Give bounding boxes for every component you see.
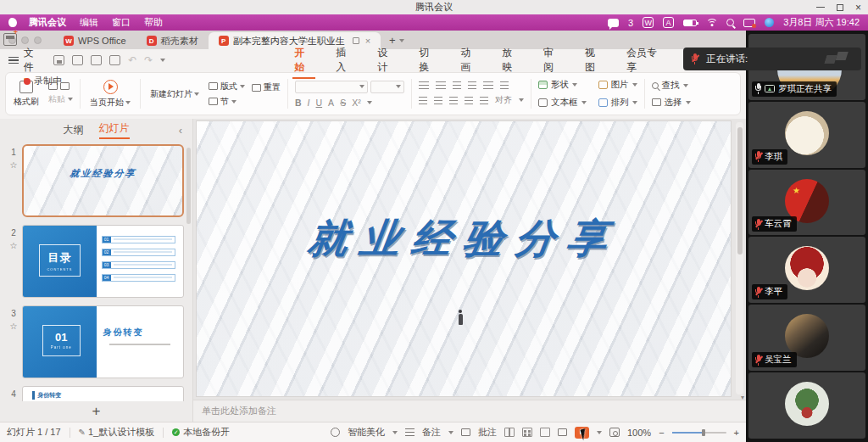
numbered-list-icon[interactable] bbox=[436, 81, 446, 89]
template-name[interactable]: 1_默认设计模板 bbox=[88, 426, 154, 439]
backup-status[interactable]: 本地备份开 bbox=[183, 426, 230, 439]
zoom-slider-handle[interactable] bbox=[702, 429, 705, 436]
tab-home[interactable]: 开始 bbox=[292, 42, 315, 78]
arrange-button[interactable]: 排列 bbox=[598, 95, 637, 112]
tab-view[interactable]: 视图 bbox=[583, 42, 606, 78]
menu-edit[interactable]: 编辑 bbox=[80, 16, 98, 29]
apple-icon[interactable] bbox=[8, 18, 17, 27]
menu-app-name[interactable]: 腾讯会议 bbox=[29, 16, 66, 29]
slide-title-text[interactable]: 就业经验分享 bbox=[193, 212, 734, 266]
beautify-icon[interactable] bbox=[331, 428, 340, 437]
bullet-list-icon[interactable] bbox=[419, 81, 429, 89]
tab-wps-office[interactable]: W WPS Office bbox=[53, 32, 136, 49]
notes-button[interactable]: 备注 bbox=[422, 426, 441, 439]
picture-button[interactable]: 图片 bbox=[598, 76, 637, 93]
scroll-down-icon[interactable]: ▾ bbox=[741, 394, 744, 400]
current-slide[interactable]: 就业经验分享 bbox=[197, 121, 731, 396]
sorter-view-icon[interactable] bbox=[522, 428, 532, 437]
slide-thumbnail-2[interactable]: 2☆ 目录CONTENTS 01 02 03 04 bbox=[5, 225, 184, 298]
tab-insert[interactable]: 插入 bbox=[334, 42, 357, 78]
strikethrough-button[interactable]: S bbox=[340, 98, 346, 108]
tab-slides[interactable]: 幻灯片 bbox=[99, 121, 130, 139]
align-left-icon[interactable] bbox=[419, 97, 427, 104]
menu-help[interactable]: 帮助 bbox=[144, 16, 163, 29]
italic-button[interactable]: I bbox=[308, 98, 310, 108]
file-menu[interactable]: 文件 bbox=[24, 46, 43, 75]
tab-transition[interactable]: 切换 bbox=[417, 42, 440, 78]
participant-tile[interactable]: 李平 bbox=[748, 237, 865, 303]
w-app-icon[interactable]: W bbox=[643, 17, 654, 28]
align-center-icon[interactable] bbox=[434, 97, 442, 104]
align-button[interactable]: 对齐 bbox=[495, 94, 512, 106]
participant-tile[interactable]: ★ 车云霄 bbox=[748, 170, 865, 236]
font-name-select[interactable] bbox=[295, 81, 368, 93]
reset-button[interactable]: 重置 bbox=[252, 81, 281, 93]
columns-icon[interactable] bbox=[500, 81, 509, 89]
participant-tile[interactable]: 吴宝兰 bbox=[748, 305, 865, 371]
zoom-out-button[interactable]: − bbox=[659, 428, 664, 438]
comments-icon[interactable] bbox=[461, 428, 470, 436]
save-icon[interactable] bbox=[53, 55, 64, 65]
share-icon[interactable] bbox=[109, 55, 120, 65]
beautify-button[interactable]: 智能美化 bbox=[348, 426, 385, 439]
menu-window[interactable]: 窗口 bbox=[112, 16, 131, 29]
play-from-current-button[interactable]: 当页开始 bbox=[87, 76, 133, 111]
shapes-button[interactable]: 形状 bbox=[538, 76, 587, 93]
find-button[interactable]: 查找 bbox=[652, 80, 691, 92]
comments-button[interactable]: 批注 bbox=[478, 426, 497, 439]
export-icon[interactable] bbox=[72, 55, 83, 65]
reading-view-icon[interactable] bbox=[540, 428, 550, 437]
select-button[interactable]: 选择 bbox=[652, 97, 691, 109]
zoom-in-button[interactable]: + bbox=[734, 428, 739, 438]
collapse-panel-icon[interactable]: ‹ bbox=[179, 124, 182, 137]
menubar-datetime[interactable]: 3月8日 周六 19:42 bbox=[783, 16, 860, 29]
underline-button[interactable]: U bbox=[316, 98, 323, 108]
zoom-slider[interactable] bbox=[672, 432, 726, 434]
handout-icon[interactable] bbox=[558, 428, 567, 436]
char-spacing-button[interactable]: A bbox=[328, 98, 334, 108]
bold-button[interactable]: B bbox=[295, 98, 302, 108]
chevron-down-icon[interactable] bbox=[597, 431, 602, 434]
superscript-button[interactable]: X² bbox=[352, 98, 361, 108]
tab-outline[interactable]: 大纲 bbox=[64, 123, 84, 137]
indent-increase-icon[interactable] bbox=[468, 81, 476, 89]
normal-view-icon[interactable] bbox=[504, 428, 515, 437]
editor-scrollbar[interactable] bbox=[736, 122, 743, 394]
hamburger-icon[interactable] bbox=[8, 57, 19, 64]
zoom-level[interactable]: 100% bbox=[627, 428, 651, 438]
indent-decrease-icon[interactable] bbox=[453, 81, 461, 89]
minimize-button[interactable] bbox=[816, 7, 825, 8]
wifi-icon[interactable] bbox=[706, 19, 717, 26]
fit-to-window-icon[interactable] bbox=[609, 428, 620, 437]
maximize-button[interactable] bbox=[837, 4, 843, 11]
chat-bubble-icon[interactable] bbox=[608, 19, 619, 27]
participant-tile[interactable] bbox=[748, 372, 865, 439]
control-center-icon[interactable] bbox=[765, 18, 774, 27]
paste-button[interactable]: 粘贴 bbox=[48, 93, 73, 105]
add-slide-button[interactable]: + bbox=[0, 401, 192, 422]
section-button[interactable]: 节 bbox=[209, 96, 245, 108]
distribute-icon[interactable] bbox=[480, 97, 488, 104]
slide-thumbnail-4[interactable]: 4☆ 身份转变 bbox=[5, 386, 184, 401]
zoom-traffic-light[interactable] bbox=[34, 36, 42, 44]
textbox-button[interactable]: 文本框 bbox=[538, 95, 587, 112]
slide-thumbnail-3[interactable]: 3☆ 01Part one 身份转变 bbox=[5, 305, 184, 378]
undo-icon[interactable]: ↶ bbox=[128, 54, 136, 66]
tab-docer[interactable]: D 稻壳素材 bbox=[136, 32, 209, 49]
print-icon[interactable] bbox=[91, 55, 102, 65]
participant-tile[interactable]: 李琪 bbox=[748, 102, 865, 168]
tab-animation[interactable]: 动画 bbox=[459, 42, 481, 78]
line-spacing-icon[interactable] bbox=[483, 81, 493, 89]
font-size-select[interactable] bbox=[370, 81, 404, 93]
minimize-traffic-light[interactable] bbox=[21, 36, 29, 44]
justify-icon[interactable] bbox=[465, 97, 473, 104]
slide-thumbnail-1[interactable]: 1☆ 就业经验分享 bbox=[5, 144, 184, 217]
align-right-icon[interactable] bbox=[449, 97, 458, 104]
tab-design[interactable]: 设计 bbox=[376, 42, 398, 78]
notes-icon[interactable] bbox=[405, 428, 415, 436]
input-method-icon[interactable]: A bbox=[663, 17, 674, 28]
layout-button[interactable]: 版式 bbox=[209, 81, 245, 92]
notes-bar[interactable]: 单击此处添加备注 bbox=[193, 400, 746, 422]
tab-slideshow[interactable]: 放映 bbox=[500, 42, 523, 78]
tab-member[interactable]: 会员专享 bbox=[625, 42, 667, 78]
